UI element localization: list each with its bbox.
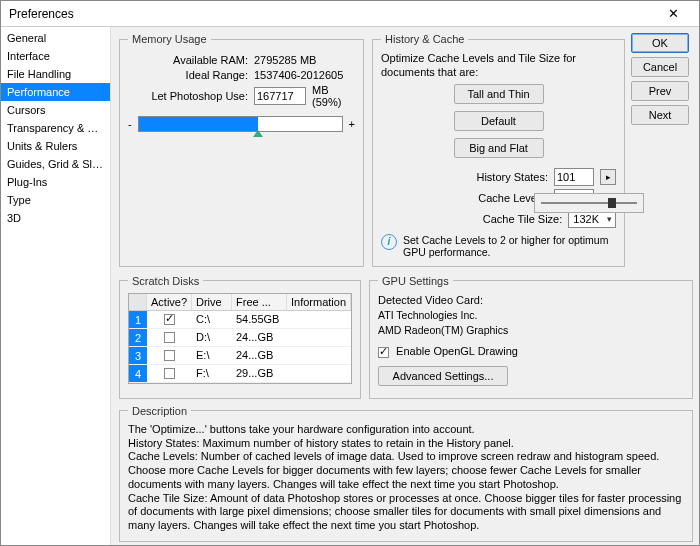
sidebar-item-general[interactable]: General xyxy=(1,29,110,47)
table-row[interactable]: 2D:\24...GB xyxy=(129,329,351,347)
scratch-active-checkbox[interactable] xyxy=(164,314,175,325)
history-states-slider-popup[interactable] xyxy=(534,193,644,213)
col-info: Information xyxy=(287,294,351,310)
dialog-buttons: OK Cancel Prev Next xyxy=(631,33,689,129)
close-icon[interactable]: ✕ xyxy=(655,4,691,24)
scratch-drive: C:\ xyxy=(192,313,232,325)
available-ram-label: Available RAM: xyxy=(128,54,248,66)
gpu-settings-group: GPU Settings Detected Video Card: ATI Te… xyxy=(369,275,693,399)
main-panel: OK Cancel Prev Next Memory Usage Availab… xyxy=(111,27,699,545)
cache-info-text: Set Cache Levels to 2 or higher for opti… xyxy=(403,234,616,258)
sidebar-item-performance[interactable]: Performance xyxy=(1,83,110,101)
slider-plus[interactable]: + xyxy=(349,118,355,130)
sidebar-item-3d[interactable]: 3D xyxy=(1,209,110,227)
category-sidebar: GeneralInterfaceFile HandlingPerformance… xyxy=(1,27,111,545)
scratch-drive: D:\ xyxy=(192,331,232,343)
col-drive: Drive xyxy=(192,294,232,310)
enable-opengl-label: Enable OpenGL Drawing xyxy=(396,345,518,357)
description-group: Description The 'Optimize...' buttons ta… xyxy=(119,405,693,542)
history-states-flyout-icon[interactable]: ▸ xyxy=(600,169,616,185)
next-button[interactable]: Next xyxy=(631,105,689,125)
history-legend: History & Cache xyxy=(381,33,468,45)
default-button[interactable]: Default xyxy=(454,111,544,131)
preferences-dialog: Preferences ✕ GeneralInterfaceFile Handl… xyxy=(0,0,700,546)
window-title: Preferences xyxy=(9,7,74,21)
tall-thin-button[interactable]: Tall and Thin xyxy=(454,84,544,104)
ideal-range-value: 1537406-2012605 xyxy=(254,69,343,81)
description-text: The 'Optimize...' buttons take your hard… xyxy=(128,423,684,533)
scratch-free: 54.55GB xyxy=(232,313,287,325)
ok-button[interactable]: OK xyxy=(631,33,689,53)
scratch-free: 29...GB xyxy=(232,367,287,379)
scratch-legend: Scratch Disks xyxy=(128,275,203,287)
detected-card-label: Detected Video Card: xyxy=(378,293,684,308)
cache-tile-size-label: Cache Tile Size: xyxy=(483,213,562,225)
enable-opengl-checkbox[interactable] xyxy=(378,347,389,358)
let-use-label: Let Photoshop Use: xyxy=(128,90,248,102)
gpu-vendor: ATI Technologies Inc. xyxy=(378,308,684,323)
history-states-label: History States: xyxy=(476,171,548,183)
table-row[interactable]: 3E:\24...GB xyxy=(129,347,351,365)
scratch-disks-group: Scratch Disks Active? Drive Free ... Inf… xyxy=(119,275,361,399)
available-ram-value: 2795285 MB xyxy=(254,54,316,66)
slider-minus[interactable]: - xyxy=(128,118,132,130)
prev-button[interactable]: Prev xyxy=(631,81,689,101)
slider-knob-icon[interactable] xyxy=(608,198,616,208)
scratch-active-checkbox[interactable] xyxy=(164,368,175,379)
memory-slider[interactable] xyxy=(138,116,343,132)
table-row[interactable]: 4F:\29...GB xyxy=(129,365,351,383)
ideal-range-label: Ideal Range: xyxy=(128,69,248,81)
sidebar-item-units-rulers[interactable]: Units & Rulers xyxy=(1,137,110,155)
let-use-suffix: MB (59%) xyxy=(312,84,355,108)
info-icon: i xyxy=(381,234,397,250)
scratch-free: 24...GB xyxy=(232,331,287,343)
col-active: Active? xyxy=(147,294,192,310)
history-cache-group: History & Cache Optimize Cache Levels an… xyxy=(372,33,625,267)
sidebar-item-type[interactable]: Type xyxy=(1,191,110,209)
scratch-drive: F:\ xyxy=(192,367,232,379)
gpu-legend: GPU Settings xyxy=(378,275,453,287)
col-free: Free ... xyxy=(232,294,287,310)
sidebar-item-transparency-gamut[interactable]: Transparency & Gamut xyxy=(1,119,110,137)
history-intro: Optimize Cache Levels and Tile Size for … xyxy=(381,51,616,80)
scratch-table: Active? Drive Free ... Information 1C:\5… xyxy=(128,293,352,384)
let-use-input[interactable] xyxy=(254,87,306,105)
sidebar-item-plug-ins[interactable]: Plug-Ins xyxy=(1,173,110,191)
description-legend: Description xyxy=(128,405,191,417)
titlebar: Preferences ✕ xyxy=(1,1,699,27)
scratch-active-checkbox[interactable] xyxy=(164,350,175,361)
scratch-active-checkbox[interactable] xyxy=(164,332,175,343)
scratch-drive: E:\ xyxy=(192,349,232,361)
scratch-free: 24...GB xyxy=(232,349,287,361)
sidebar-item-interface[interactable]: Interface xyxy=(1,47,110,65)
history-states-input[interactable] xyxy=(554,168,594,186)
advanced-settings-button[interactable]: Advanced Settings... xyxy=(378,366,508,386)
slider-thumb-icon[interactable] xyxy=(253,130,263,137)
gpu-card: AMD Radeon(TM) Graphics xyxy=(378,323,684,338)
sidebar-item-guides-grid-slices[interactable]: Guides, Grid & Slices xyxy=(1,155,110,173)
sidebar-item-file-handling[interactable]: File Handling xyxy=(1,65,110,83)
sidebar-item-cursors[interactable]: Cursors xyxy=(1,101,110,119)
table-row[interactable]: 1C:\54.55GB xyxy=(129,311,351,329)
cancel-button[interactable]: Cancel xyxy=(631,57,689,77)
big-flat-button[interactable]: Big and Flat xyxy=(454,138,544,158)
memory-legend: Memory Usage xyxy=(128,33,211,45)
memory-usage-group: Memory Usage Available RAM: 2795285 MB I… xyxy=(119,33,364,267)
